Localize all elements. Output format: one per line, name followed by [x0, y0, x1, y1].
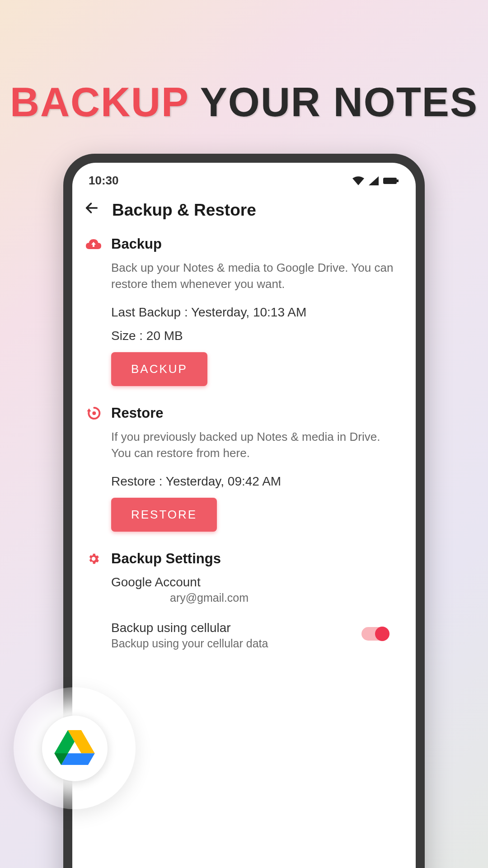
restore-button[interactable]: RESTORE [111, 498, 217, 532]
restore-description: If you previously backed up Notes & medi… [111, 429, 402, 462]
backup-settings-section: Backup Settings Google Account ary@gmail… [72, 545, 416, 664]
backup-description: Back up your Notes & media to Google Dri… [111, 259, 402, 292]
svg-rect-1 [397, 179, 399, 182]
restore-icon [86, 406, 101, 421]
status-bar: 10:30 [72, 163, 416, 192]
restore-title: Restore [111, 405, 163, 421]
cellular-sub: Backup using your cellular data [111, 637, 268, 650]
hero-word-1: BACKUP [10, 80, 188, 125]
back-arrow-icon[interactable] [84, 200, 99, 220]
battery-icon [383, 177, 399, 185]
svg-point-4 [92, 411, 96, 415]
backup-title: Backup [111, 236, 162, 252]
google-account-row[interactable]: Google Account ary@gmail.com [86, 575, 402, 604]
google-account-label: Google Account [111, 575, 402, 590]
cellular-row: Backup using cellular Backup using your … [86, 621, 402, 650]
cellular-toggle[interactable] [361, 627, 389, 641]
toggle-knob [375, 627, 389, 641]
restore-last-time: Restore : Yesterday, 09:42 AM [111, 474, 402, 489]
backup-last-time: Last Backup : Yesterday, 10:13 AM [111, 305, 402, 320]
page-title: Backup & Restore [112, 201, 256, 220]
gear-icon [86, 551, 101, 566]
status-icons [352, 176, 399, 185]
drive-badge [14, 687, 136, 809]
google-drive-icon [54, 730, 95, 766]
backup-size: Size : 20 MB [111, 329, 402, 343]
backup-button[interactable]: BACKUP [111, 352, 207, 386]
hero-word-2: YOUR NOTES [200, 80, 478, 125]
signal-icon [369, 176, 379, 185]
wifi-icon [352, 176, 364, 185]
svg-rect-0 [383, 178, 397, 184]
cellular-label: Backup using cellular [111, 621, 268, 635]
cloud-upload-icon [86, 236, 101, 252]
restore-section: Restore If you previously backed up Note… [72, 400, 416, 545]
backup-section: Backup Back up your Notes & media to Goo… [72, 231, 416, 400]
svg-marker-3 [87, 408, 91, 411]
hero-title: BACKUP YOUR NOTES [0, 79, 488, 126]
app-bar: Backup & Restore [72, 192, 416, 231]
drive-badge-inner [42, 716, 108, 781]
settings-title: Backup Settings [111, 551, 221, 567]
status-time: 10:30 [89, 174, 119, 188]
google-account-value: ary@gmail.com [111, 591, 402, 604]
